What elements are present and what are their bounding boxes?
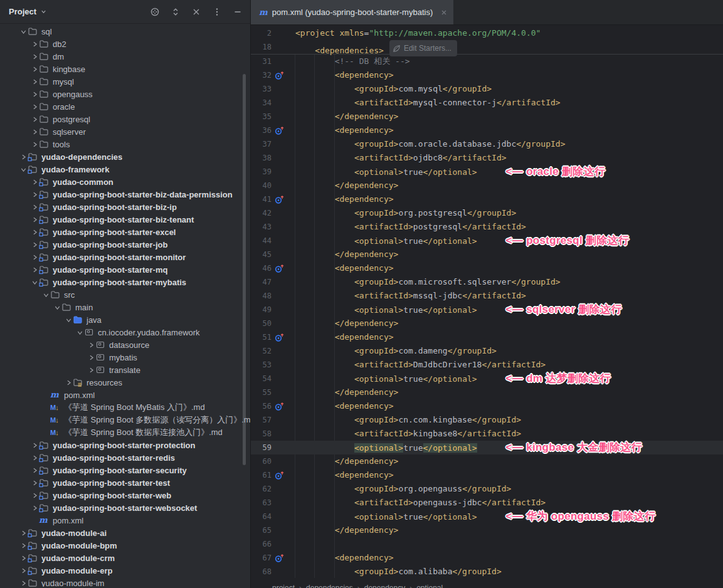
chevron-right-icon[interactable]	[30, 254, 39, 261]
tree-item-resources[interactable]: resources	[0, 376, 250, 389]
chevron-right-icon[interactable]	[30, 78, 39, 85]
tree-item-yudao-spring-boot-starter-job[interactable]: yudao-spring-boot-starter-job	[0, 238, 250, 251]
chevron-right-icon[interactable]	[30, 191, 39, 198]
code-line-54[interactable]: 54 <optional>true</optional><— dm 达梦删除这行	[251, 372, 723, 386]
tree-item-____Spring_Boot__________.md[interactable]: M↓《芋道 Spring Boot 数据库连接池入门》.md	[0, 426, 250, 439]
chevron-right-icon[interactable]	[30, 91, 39, 98]
tree-item-cn.iocoder.yudao.framework[interactable]: cn.iocoder.yudao.framework	[0, 326, 250, 339]
maven-dependency-gutter-icon[interactable]	[274, 264, 285, 273]
tree-item-yudao-framework[interactable]: yudao-framework	[0, 163, 250, 176]
tree-item-translate[interactable]: translate	[0, 364, 250, 376]
code-line-52[interactable]: 52 <groupId>com.dameng</groupId>	[251, 344, 723, 358]
code-line-31[interactable]: 31 <!-- DB 相关 -->	[251, 55, 723, 68]
code-line-51[interactable]: 51 <dependency>	[251, 330, 723, 344]
expand-all-icon[interactable]	[171, 7, 181, 17]
code-line-18[interactable]: 18 <dependencies>Edit Starters...	[251, 40, 723, 54]
breadcrumb-item[interactable]: project	[272, 584, 295, 588]
tree-item-yudao-spring-boot-starter-biz-data-permission[interactable]: yudao-spring-boot-starter-biz-data-permi…	[0, 188, 250, 201]
code-line-61[interactable]: 61 <dependency>	[251, 468, 723, 482]
chevron-right-icon[interactable]	[87, 367, 95, 374]
hide-icon[interactable]	[233, 7, 243, 17]
chevron-right-icon[interactable]	[30, 229, 39, 236]
code-line-67[interactable]: 67 <dependency>	[251, 551, 723, 565]
maven-dependency-gutter-icon[interactable]	[274, 126, 285, 135]
code-line-59[interactable]: 59 <optional>true</optional><— kingbase …	[251, 441, 723, 454]
project-panel-title[interactable]: Project	[9, 7, 36, 16]
tree-item-yudao-module-im[interactable]: yudao-module-im	[0, 577, 250, 587]
chevron-right-icon[interactable]	[30, 266, 39, 273]
target-icon[interactable]	[150, 7, 160, 17]
tree-item-sql[interactable]: sql	[0, 25, 250, 38]
chevron-down-icon[interactable]	[30, 279, 39, 286]
breadcrumb-item[interactable]: dependencies	[306, 584, 353, 588]
chevron-right-icon[interactable]	[30, 116, 39, 123]
chevron-right-icon[interactable]	[30, 492, 39, 499]
tree-item-src[interactable]: src	[0, 288, 250, 301]
tree-item-yudao-spring-boot-starter-websocket[interactable]: yudao-spring-boot-starter-websocket	[0, 501, 250, 514]
maven-dependency-gutter-icon[interactable]	[274, 402, 285, 411]
code-line-47[interactable]: 47 <groupId>com.microsoft.sqlserver</gro…	[251, 275, 723, 289]
code-line-39[interactable]: 39 <optional>true</optional><— oracle 删除…	[251, 165, 723, 179]
breadcrumb-item[interactable]: optional	[416, 584, 443, 588]
tree-item-yudao-spring-boot-starter-protection[interactable]: yudao-spring-boot-starter-protection	[0, 439, 250, 451]
tree-item-sqlserver[interactable]: sqlserver	[0, 125, 250, 138]
code-area[interactable]: 31 <!-- DB 相关 -->32 <dependency>33 <grou…	[251, 55, 723, 578]
code-line-44[interactable]: 44 <optional>true</optional><— postgresq…	[251, 234, 723, 248]
chevron-right-icon[interactable]	[30, 103, 39, 110]
chevron-right-icon[interactable]	[19, 567, 28, 574]
chevron-right-icon[interactable]	[19, 154, 28, 160]
chevron-right-icon[interactable]	[30, 141, 39, 148]
tree-item-yudao-module-erp[interactable]: yudao-module-erp	[0, 564, 250, 577]
maven-dependency-gutter-icon[interactable]	[274, 71, 285, 80]
code-line-65[interactable]: 65 </dependency>	[251, 523, 723, 537]
chevron-right-icon[interactable]	[19, 580, 28, 587]
tree-item-yudao-spring-boot-starter-redis[interactable]: yudao-spring-boot-starter-redis	[0, 451, 250, 464]
tree-item-yudao-module-ai[interactable]: yudao-module-ai	[0, 527, 250, 539]
code-line-41[interactable]: 41 <dependency>	[251, 192, 723, 206]
code-line-63[interactable]: 63 <artifactId>opengauss-jdbc</artifactI…	[251, 496, 723, 510]
tree-item-yudao-module-crm[interactable]: yudao-module-crm	[0, 552, 250, 564]
code-line-33[interactable]: 33 <groupId>com.mysql</groupId>	[251, 82, 723, 96]
code-line-43[interactable]: 43 <artifactId>postgresql</artifactId>	[251, 220, 723, 234]
maven-dependency-gutter-icon[interactable]	[274, 333, 285, 342]
code-line-49[interactable]: 49 <optional>true</optional><— sqlserver…	[251, 303, 723, 317]
tree-item-____Spring_Boot_MyBatis____.md[interactable]: M↓《芋道 Spring Boot MyBatis 入门》.md	[0, 401, 250, 414]
code-line-42[interactable]: 42 <groupId>org.postgresql</groupId>	[251, 206, 723, 220]
tree-item-opengauss[interactable]: opengauss	[0, 88, 250, 100]
code-line-48[interactable]: 48 <artifactId>mssql-jdbc</artifactId>	[251, 289, 723, 303]
tree-item-tools[interactable]: tools	[0, 138, 250, 150]
code-line-37[interactable]: 37 <groupId>com.oracle.database.jdbc</gr…	[251, 137, 723, 151]
collapse-all-icon[interactable]	[191, 7, 201, 17]
code-line-60[interactable]: 60 </dependency>	[251, 454, 723, 468]
chevron-right-icon[interactable]	[19, 542, 28, 549]
tree-item-yudao-module-bpm[interactable]: yudao-module-bpm	[0, 539, 250, 552]
tree-item-java[interactable]: java	[0, 313, 250, 326]
tree-item-datasource[interactable]: datasource	[0, 339, 250, 351]
breadcrumb-item[interactable]: dependency	[364, 584, 405, 588]
tree-item-postgresql[interactable]: postgresql	[0, 113, 250, 125]
chevron-right-icon[interactable]	[87, 342, 95, 349]
code-line-66[interactable]: 66	[251, 537, 723, 551]
chevron-right-icon[interactable]	[30, 129, 39, 135]
code-line-32[interactable]: 32 <dependency>	[251, 68, 723, 82]
chevron-right-icon[interactable]	[30, 41, 39, 48]
chevron-down-icon[interactable]	[75, 329, 84, 336]
chevron-right-icon[interactable]	[30, 442, 39, 449]
tree-item-kingbase[interactable]: kingbase	[0, 63, 250, 75]
chevron-right-icon[interactable]	[30, 505, 39, 512]
tree-item-yudao-spring-boot-starter-biz-tenant[interactable]: yudao-spring-boot-starter-biz-tenant	[0, 213, 250, 226]
code-line-53[interactable]: 53 <artifactId>DmJdbcDriver18</artifactI…	[251, 358, 723, 372]
code-line-56[interactable]: 56 <dependency>	[251, 399, 723, 413]
code-line-36[interactable]: 36 <dependency>	[251, 123, 723, 137]
close-icon[interactable]	[441, 9, 447, 16]
chevron-right-icon[interactable]	[30, 241, 39, 248]
chevron-right-icon[interactable]	[30, 179, 39, 186]
code-line-35[interactable]: 35 </dependency>	[251, 110, 723, 123]
maven-dependency-gutter-icon[interactable]	[274, 195, 285, 204]
chevron-right-icon[interactable]	[30, 66, 39, 73]
chevron-right-icon[interactable]	[30, 454, 39, 461]
chevron-down-icon[interactable]	[19, 166, 28, 173]
more-options-icon[interactable]	[212, 7, 222, 17]
tree-item-yudao-spring-boot-starter-mybatis[interactable]: yudao-spring-boot-starter-mybatis	[0, 276, 250, 288]
tree-item-db2[interactable]: db2	[0, 38, 250, 50]
